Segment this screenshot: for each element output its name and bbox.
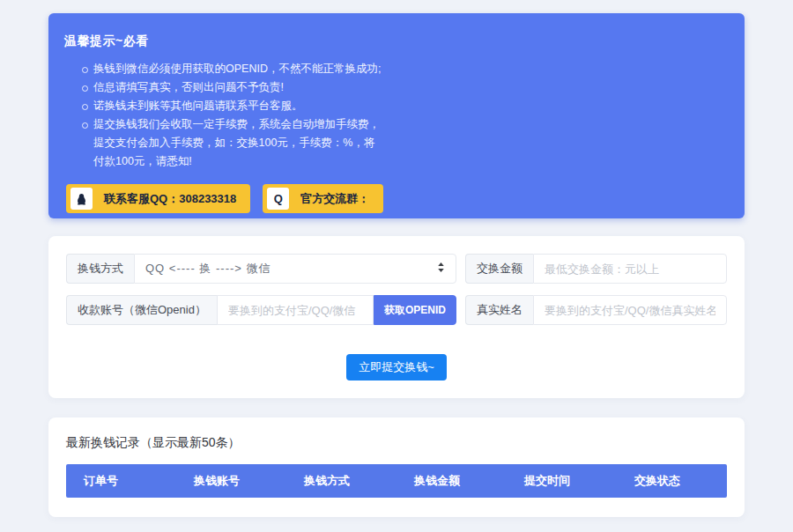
q-letter-icon: Q — [267, 188, 289, 210]
exchange-form-panel: 换钱方式 QQ <---- 换 ----> 微信 交换金额 收款账号（微信Op — [48, 236, 745, 398]
realname-field-group: 真实姓名 — [465, 295, 727, 325]
submit-row: 立即提交换钱~ — [66, 354, 727, 381]
notice-item: 换钱到微信必须使用获取的OPENID，不然不能正常换成功; — [82, 60, 383, 78]
exchange-method-value: QQ <---- 换 ----> 微信 — [145, 261, 271, 277]
exchange-method-select[interactable]: QQ <---- 换 ----> 微信 — [134, 254, 456, 284]
get-openid-button[interactable]: 获取OPENID — [374, 295, 456, 325]
account-label: 收款账号（微信Openid） — [66, 295, 217, 325]
amount-label: 交换金额 — [465, 254, 533, 284]
contact-qq-label: 联系客服QQ：308233318 — [104, 191, 236, 207]
notice-title: 温馨提示~必看 — [64, 33, 727, 49]
column-header-amount: 换钱金额 — [396, 473, 507, 489]
form-grid: 换钱方式 QQ <---- 换 ----> 微信 交换金额 收款账号（微信Op — [66, 254, 727, 325]
updown-arrows-icon — [437, 262, 445, 276]
notice-list: 换钱到微信必须使用获取的OPENID，不然不能正常换成功; 信息请填写真实，否则… — [64, 60, 383, 171]
column-header-method: 换钱方式 — [286, 473, 396, 489]
account-field-group: 收款账号（微信Openid） 获取OPENID — [66, 295, 456, 325]
qq-penguin-icon — [70, 188, 93, 210]
contact-qq-button[interactable]: 联系客服QQ：308233318 — [66, 184, 250, 213]
realname-label: 真实姓名 — [465, 295, 533, 325]
notice-buttons: 联系客服QQ：308233318 Q 官方交流群： — [64, 184, 727, 213]
notice-item: 诺换钱未到账等其他问题请联系平台客服。 — [82, 97, 383, 115]
notice-item: 信息请填写真实，否则出问题不予负责! — [82, 78, 383, 97]
submit-exchange-button[interactable]: 立即提交换钱~ — [346, 354, 447, 381]
records-title: 最新换钱记录（显示最新50条） — [66, 435, 727, 451]
official-group-label: 官方交流群： — [300, 191, 369, 207]
records-table-header: 订单号 换钱账号 换钱方式 换钱金额 提交时间 交换状态 — [66, 464, 727, 498]
amount-field-group: 交换金额 — [465, 254, 727, 284]
realname-input[interactable] — [533, 295, 727, 325]
column-header-status: 交换状态 — [617, 473, 727, 489]
column-header-account: 换钱账号 — [176, 473, 286, 489]
notice-panel: 温馨提示~必看 换钱到微信必须使用获取的OPENID，不然不能正常换成功; 信息… — [48, 13, 745, 218]
column-header-submit-time: 提交时间 — [507, 473, 617, 489]
official-group-button[interactable]: Q 官方交流群： — [263, 184, 383, 213]
page-container: 温馨提示~必看 换钱到微信必须使用获取的OPENID，不然不能正常换成功; 信息… — [0, 0, 793, 517]
notice-item: 提交换钱我们会收取一定手续费，系统会自动增加手续费，提交支付会加入手续费，如：交… — [82, 115, 383, 171]
records-panel: 最新换钱记录（显示最新50条） 订单号 换钱账号 换钱方式 换钱金额 提交时间 … — [48, 417, 745, 517]
openid-input[interactable] — [217, 295, 374, 325]
column-header-order-no: 订单号 — [66, 473, 176, 489]
method-field-group: 换钱方式 QQ <---- 换 ----> 微信 — [66, 254, 456, 284]
method-label: 换钱方式 — [66, 254, 134, 284]
amount-input[interactable] — [533, 254, 727, 284]
